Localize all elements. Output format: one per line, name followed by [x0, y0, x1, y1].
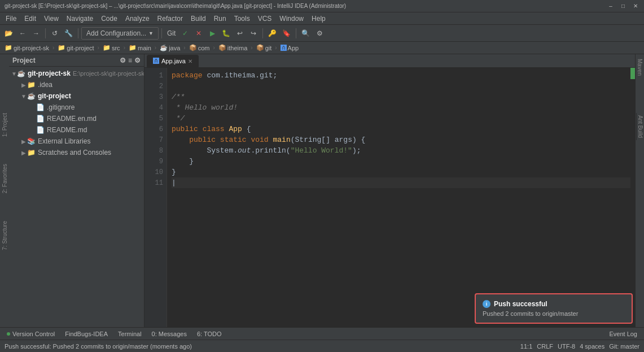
tab-favorites[interactable]: 2: Favorites [1, 162, 8, 195]
tab-close-btn[interactable]: ✕ [188, 58, 192, 64]
status-position[interactable]: 11:1 [520, 343, 532, 350]
toolbar-key-btn[interactable]: 🔑 [266, 27, 279, 40]
tree-scratches-label: Scratches and Consoles [38, 149, 111, 157]
breadcrumb: 📁 git-project-sk › 📁 git-project › 📁 src… [0, 42, 644, 54]
event-log-tab[interactable]: Event Log [604, 328, 642, 340]
toolbar-debug-btn[interactable]: 🐛 [220, 27, 233, 40]
toolbar-bookmark-btn[interactable]: 🔖 [280, 27, 293, 40]
tree-idea[interactable]: ▶ 📁 .idea [9, 79, 144, 90]
status-branch[interactable]: Git: master [609, 343, 639, 350]
tree-root[interactable]: ▼ ☕ git-project-sk E:\project-sk\git-pro… [9, 68, 144, 79]
tree-external-libs-label: External Libraries [38, 137, 90, 145]
breadcrumb-git[interactable]: 📦 git [254, 44, 274, 52]
menu-item-navigate[interactable]: Navigate [63, 14, 97, 24]
version-control-dot [7, 332, 10, 336]
line-8: 8 [144, 145, 163, 156]
menu-item-refactor[interactable]: Refactor [154, 14, 186, 24]
toolbar-redo-btn[interactable]: ↪ [247, 27, 260, 40]
tab-version-control[interactable]: Version Control [2, 328, 59, 340]
menu-item-edit[interactable]: Edit [21, 14, 40, 24]
menu-bar: FileEditViewNavigateCodeAnalyzeRefactorB… [0, 12, 644, 25]
project-gear-icon[interactable]: ⚙ [134, 57, 141, 64]
line-9: 9 [144, 156, 163, 167]
tree-git-project[interactable]: ▼ ☕ git-project [9, 90, 144, 102]
ant-build-tab[interactable]: Ant Build [636, 113, 644, 140]
toolbar-refresh-btn[interactable]: ↺ [49, 27, 61, 40]
toolbar-settings-btn[interactable]: ⚙ [313, 27, 326, 40]
code-line-6: ▶ public class App { [172, 124, 630, 134]
line-11: 11 [144, 177, 163, 188]
toolbar-sep3 [161, 28, 162, 38]
toolbar-sep4 [262, 28, 263, 38]
project-settings-icon[interactable]: ⚙ [120, 57, 126, 64]
dropdown-icon: ▼ [148, 31, 154, 36]
code-line-8: System.out.println("Hello World!"); [172, 145, 630, 156]
toolbar-back-btn[interactable]: ← [16, 27, 29, 40]
tab-terminal-label: Terminal [118, 331, 142, 337]
tab-todo-label: 6: TODO [197, 331, 222, 337]
git-check-btn[interactable]: ✓ [179, 27, 191, 40]
close-button[interactable]: ✕ [632, 2, 639, 10]
breadcrumb-main[interactable]: 📁 main [126, 44, 154, 52]
toolbar-forward-btn[interactable]: → [30, 27, 42, 40]
toolbar-open-btn[interactable]: 📂 [2, 27, 15, 40]
toolbar-run-btn[interactable]: ▶ [206, 27, 218, 40]
editor-tab-app-java[interactable]: 🅰 App.java ✕ [147, 55, 199, 67]
tab-structure[interactable]: 7: Structure [1, 219, 8, 253]
menu-item-window[interactable]: Window [276, 14, 307, 24]
breadcrumb-src[interactable]: 📁 src [100, 44, 122, 52]
breadcrumb-git-project[interactable]: 📁 git-project [55, 44, 96, 52]
code-content[interactable]: package com.itheima.git; /** * Hello wor… [167, 68, 635, 327]
menu-item-view[interactable]: View [41, 14, 62, 24]
code-line-4: * Hello world! [172, 102, 630, 113]
git-x-btn[interactable]: ✕ [192, 27, 205, 40]
code-line-3: /** [172, 92, 630, 102]
tree-readme-en[interactable]: 📄 README.en.md [9, 113, 144, 124]
code-editor[interactable]: 1 2 3 4 5 6 7 8 9 10 11 package com.ithe… [144, 68, 635, 327]
breadcrumb-itheima[interactable]: 📦 itheima [216, 44, 249, 52]
window-controls: – □ ✕ [607, 2, 639, 10]
toolbar-undo-btn[interactable]: ↩ [234, 27, 246, 40]
menu-item-file[interactable]: File [2, 14, 20, 24]
menu-item-run[interactable]: Run [211, 14, 230, 24]
java-file-icon: 🅰 [153, 58, 159, 64]
menu-item-analyze[interactable]: Analyze [122, 14, 153, 24]
status-line-ending[interactable]: CRLF [537, 343, 553, 350]
breadcrumb-com[interactable]: 📦 com [187, 44, 212, 52]
tab-project[interactable]: 1: Project [1, 111, 8, 139]
menu-item-help[interactable]: Help [308, 14, 329, 24]
tree-external-libs[interactable]: ▶ 📚 External Libraries [9, 136, 144, 147]
editor-tabs: 🅰 App.java ✕ [144, 54, 635, 68]
menu-item-code[interactable]: Code [98, 14, 121, 24]
line-numbers: 1 2 3 4 5 6 7 8 9 10 11 [144, 68, 167, 327]
project-title: Project [12, 57, 36, 64]
tree-gitignore[interactable]: 📄 .gitignore [9, 102, 144, 113]
maximize-button[interactable]: □ [619, 2, 627, 10]
tab-terminal[interactable]: Terminal [113, 328, 146, 340]
breadcrumb-java[interactable]: ☕ java [157, 44, 182, 52]
code-line-5: */ [172, 113, 630, 124]
menu-item-vcs[interactable]: VCS [255, 14, 275, 24]
maven-tab[interactable]: Maven [636, 57, 644, 78]
tree-scratches[interactable]: ▶ 📁 Scratches and Consoles [9, 147, 144, 158]
line-4: 4 [144, 102, 163, 113]
project-collapse-icon[interactable]: ≡ [128, 57, 132, 64]
menu-item-tools[interactable]: Tools [231, 14, 253, 24]
status-indent[interactable]: 4 spaces [580, 343, 604, 350]
breadcrumb-git-project-sk[interactable]: 📁 git-project-sk [2, 44, 51, 52]
toolbar-sep5 [296, 28, 296, 38]
menu-item-build[interactable]: Build [187, 14, 209, 24]
breadcrumb-app[interactable]: 🅰 App [278, 44, 301, 52]
add-configuration-button[interactable]: Add Configuration... ▼ [81, 27, 159, 40]
tree-readme[interactable]: 📄 README.md [9, 124, 144, 136]
right-side-tabs: Maven [635, 54, 644, 327]
minimize-button[interactable]: – [607, 2, 615, 10]
tab-findbugs[interactable]: FindBugs-IDEA [60, 328, 112, 340]
toolbar-search-btn[interactable]: 🔍 [299, 27, 312, 40]
toolbar-build-btn[interactable]: 🔧 [62, 27, 75, 40]
status-encoding[interactable]: UTF-8 [558, 343, 575, 350]
tab-messages[interactable]: 0: Messages [147, 328, 191, 340]
code-line-11: | [172, 177, 630, 188]
tab-todo[interactable]: 6: TODO [192, 328, 226, 340]
code-line-9: } [172, 156, 630, 167]
